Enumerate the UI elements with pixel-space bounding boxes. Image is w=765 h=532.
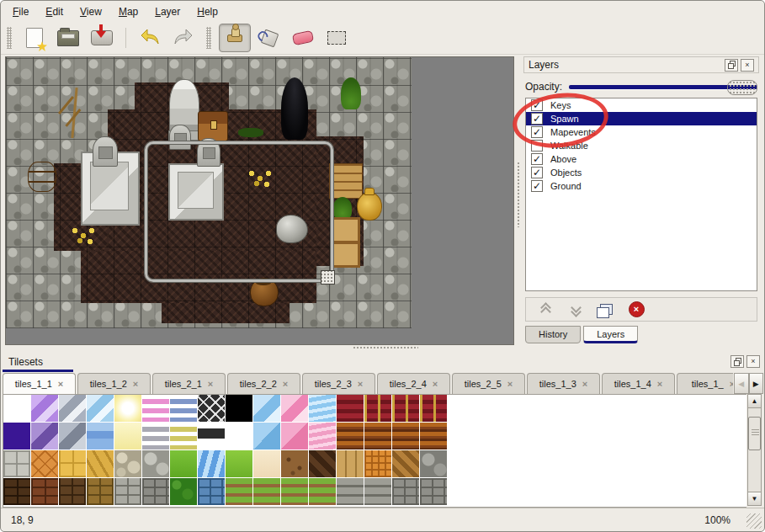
palette-tile[interactable]: [337, 395, 364, 422]
palette-tile[interactable]: [114, 423, 141, 450]
layer-visibility-checkbox[interactable]: [531, 140, 543, 152]
layer-list[interactable]: ✓Keys✓Spawn✓MapeventsWalkable✓Above✓Obje…: [525, 98, 757, 291]
fill-tool-button[interactable]: [254, 24, 284, 51]
palette-tile[interactable]: [198, 395, 225, 422]
close-panel-button[interactable]: ×: [741, 59, 754, 72]
palette-tile[interactable]: [87, 423, 114, 450]
move-layer-down-button[interactable]: [566, 301, 585, 319]
menu-item-layer[interactable]: Layer: [146, 3, 189, 21]
layer-row-keys[interactable]: ✓Keys: [526, 98, 757, 112]
palette-tile[interactable]: [364, 423, 391, 450]
tileset-tab-tiles_1_2[interactable]: tiles_1_2×: [77, 373, 151, 394]
tileset-tab-tiles_2_3[interactable]: tiles_2_3×: [302, 373, 375, 394]
close-tab-icon[interactable]: ×: [730, 379, 733, 389]
opacity-slider[interactable]: [569, 79, 759, 94]
palette-tile[interactable]: [337, 450, 364, 477]
palette-tile[interactable]: [170, 395, 197, 422]
float-panel-button[interactable]: [730, 355, 744, 368]
tileset-tab-tiles_1_[interactable]: tiles_1_×: [677, 373, 733, 394]
close-panel-button[interactable]: ×: [746, 355, 760, 368]
palette-tile[interactable]: [226, 395, 252, 422]
layer-visibility-checkbox[interactable]: ✓: [531, 126, 543, 138]
palette-tile[interactable]: [142, 423, 169, 450]
float-panel-button[interactable]: [725, 59, 738, 72]
palette-tile[interactable]: [87, 395, 114, 422]
eraser-tool-button[interactable]: [288, 24, 318, 51]
dock-tab-history[interactable]: History: [525, 326, 581, 343]
open-file-button[interactable]: [53, 24, 83, 51]
palette-tile[interactable]: [170, 478, 197, 505]
palette-tile[interactable]: [31, 450, 58, 477]
vertical-splitter[interactable]: [513, 56, 523, 343]
undo-button[interactable]: [135, 24, 165, 51]
scrollbar-track[interactable]: [748, 408, 761, 492]
tileset-tab-tiles_2_5[interactable]: tiles_2_5×: [452, 373, 525, 394]
close-tab-icon[interactable]: ×: [507, 379, 513, 389]
layer-visibility-checkbox[interactable]: ✓: [531, 180, 543, 192]
palette-tile[interactable]: [3, 450, 30, 477]
menu-item-view[interactable]: View: [72, 3, 110, 21]
palette-tile[interactable]: [392, 478, 419, 505]
palette-tile[interactable]: [253, 478, 280, 505]
layer-visibility-checkbox[interactable]: ✓: [531, 99, 543, 111]
palette-tile[interactable]: [114, 450, 141, 477]
tileset-tab-tiles_1_4[interactable]: tiles_1_4×: [602, 373, 675, 394]
move-layer-up-button[interactable]: [536, 301, 555, 319]
palette-tile[interactable]: [59, 478, 86, 505]
resize-grip[interactable]: [746, 513, 762, 529]
palette-tile[interactable]: [3, 423, 30, 450]
palette-tile[interactable]: [198, 478, 225, 505]
map-viewport[interactable]: [5, 56, 514, 345]
palette-tile[interactable]: [59, 395, 86, 422]
scroll-down-button[interactable]: ▼: [748, 492, 761, 505]
palette-tile[interactable]: [114, 478, 141, 505]
palette-tile[interactable]: [392, 423, 419, 450]
palette-tile[interactable]: [364, 395, 391, 422]
layer-visibility-checkbox[interactable]: ✓: [531, 167, 543, 178]
tileset-tab-tiles_1_1[interactable]: tiles_1_1×: [3, 373, 76, 394]
menu-item-file[interactable]: File: [4, 3, 37, 21]
palette-tile[interactable]: [226, 478, 252, 505]
palette-tile[interactable]: [420, 423, 447, 450]
scrollbar-thumb[interactable]: [748, 417, 761, 450]
palette-tile[interactable]: [31, 395, 58, 422]
layer-visibility-checkbox[interactable]: ✓: [531, 153, 543, 165]
menu-item-help[interactable]: Help: [189, 3, 226, 21]
palette-tile[interactable]: [281, 478, 308, 505]
close-tab-icon[interactable]: ×: [133, 379, 138, 389]
menu-item-map[interactable]: Map: [110, 3, 146, 21]
palette-tile[interactable]: [281, 395, 308, 422]
palette-tile[interactable]: [309, 395, 336, 422]
palette-tile[interactable]: [226, 423, 252, 450]
palette-tile[interactable]: [364, 450, 391, 477]
palette-tile[interactable]: [198, 423, 225, 450]
palette-tile[interactable]: [87, 450, 114, 477]
palette-tile[interactable]: [114, 395, 141, 422]
dock-tab-layers[interactable]: Layers: [583, 326, 638, 343]
close-tab-icon[interactable]: ×: [582, 379, 587, 389]
tileset-tab-tiles_1_3[interactable]: tiles_1_3×: [527, 373, 600, 394]
palette-tile[interactable]: [253, 423, 280, 450]
palette-tile[interactable]: [31, 423, 58, 450]
palette-tile[interactable]: [142, 395, 169, 422]
toolbar-drag-handle[interactable]: [7, 27, 12, 49]
stamp-tool-button[interactable]: [219, 24, 251, 52]
opacity-slider-handle[interactable]: [727, 80, 757, 95]
layer-row-objects[interactable]: ✓Objects: [526, 166, 757, 179]
duplicate-layer-button[interactable]: [597, 301, 615, 319]
tile-palette[interactable]: [3, 394, 746, 508]
palette-tile[interactable]: [142, 450, 169, 477]
scroll-tabs-right-button[interactable]: ▶: [749, 373, 764, 394]
close-tab-icon[interactable]: ×: [358, 379, 363, 389]
layer-row-spawn[interactable]: ✓Spawn: [526, 112, 757, 125]
select-tool-button[interactable]: [321, 24, 352, 51]
new-file-button[interactable]: [19, 24, 50, 51]
palette-tile[interactable]: [226, 450, 252, 477]
tileset-tab-tiles_2_4[interactable]: tiles_2_4×: [377, 373, 450, 394]
layer-row-walkable[interactable]: Walkable: [526, 139, 757, 152]
palette-tile[interactable]: [392, 395, 419, 422]
tileset-tab-tiles_2_1[interactable]: tiles_2_1×: [152, 373, 226, 394]
layer-row-ground[interactable]: ✓Ground: [526, 179, 757, 193]
close-tab-icon[interactable]: ×: [58, 379, 63, 389]
palette-tile[interactable]: [198, 450, 225, 477]
